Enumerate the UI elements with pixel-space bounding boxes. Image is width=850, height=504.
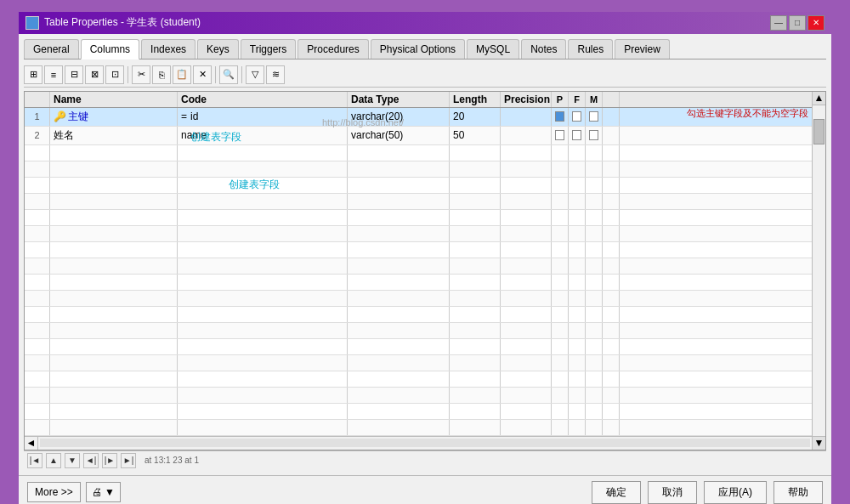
table-row[interactable] bbox=[25, 194, 825, 210]
scrollbar-down-button[interactable]: ▼ bbox=[813, 436, 825, 450]
help-button[interactable]: 帮助 bbox=[774, 481, 823, 504]
row1-m-checkbox[interactable] bbox=[589, 111, 598, 122]
move-first-button[interactable]: |◄ bbox=[27, 453, 42, 468]
table-row[interactable] bbox=[25, 275, 825, 291]
table-row[interactable] bbox=[25, 355, 825, 371]
table-row[interactable] bbox=[25, 161, 825, 178]
toolbar-btn-1[interactable]: ⊞ bbox=[24, 65, 42, 84]
row1-m[interactable] bbox=[586, 108, 603, 126]
move-last-button[interactable]: ►| bbox=[121, 453, 136, 468]
window-title: Table Properties - 学生表 (student) bbox=[44, 15, 201, 30]
row1-precision bbox=[501, 108, 552, 126]
move-down-button[interactable]: ▼ bbox=[65, 453, 80, 468]
table-row[interactable] bbox=[25, 242, 825, 258]
toolbar-btn-filter[interactable]: ▽ bbox=[246, 65, 264, 84]
row1-datatype: varchar(20) bbox=[348, 108, 450, 126]
row1-p[interactable] bbox=[552, 108, 569, 126]
app-icon bbox=[26, 16, 39, 30]
scrollbar-h-track[interactable] bbox=[40, 439, 810, 447]
scrollbar-thumb[interactable] bbox=[813, 119, 824, 144]
create-field-label: 创建表字段 bbox=[229, 178, 280, 192]
row2-p[interactable] bbox=[552, 127, 569, 144]
table-row[interactable] bbox=[25, 307, 825, 323]
move-next-button[interactable]: |► bbox=[102, 453, 117, 468]
tab-general[interactable]: General bbox=[24, 39, 79, 59]
cancel-button[interactable]: 取消 bbox=[648, 481, 697, 504]
table-row[interactable] bbox=[25, 404, 825, 420]
tab-rules[interactable]: Rules bbox=[568, 39, 613, 59]
more-button[interactable]: More >> bbox=[27, 482, 81, 502]
maximize-button[interactable]: □ bbox=[789, 15, 806, 31]
table-row[interactable] bbox=[25, 145, 825, 161]
table-row[interactable] bbox=[25, 339, 825, 355]
toolbar-btn-4[interactable]: ⊠ bbox=[85, 65, 104, 84]
toolbar-btn-search[interactable]: 🔍 bbox=[219, 65, 238, 84]
header-datatype: Data Type bbox=[348, 92, 450, 107]
status-bar: |◄ ▲ ▼ ◄| |► ►| at 13:1 23 at 1 bbox=[24, 450, 826, 470]
horizontal-scrollbar[interactable]: ◄ ► bbox=[25, 436, 825, 450]
tab-bar: General Columns Indexes Keys Triggers Pr… bbox=[24, 39, 826, 59]
apply-button[interactable]: 应用(A) bbox=[704, 481, 767, 504]
row1-code: =id bbox=[178, 108, 348, 126]
toolbar-btn-delete[interactable]: ✕ bbox=[193, 65, 212, 84]
table-row[interactable] bbox=[25, 226, 825, 242]
table-row[interactable] bbox=[25, 388, 825, 404]
tab-indexes[interactable]: Indexes bbox=[141, 39, 196, 59]
row1-extra bbox=[603, 108, 620, 126]
main-window: Table Properties - 学生表 (student) — □ ✕ G… bbox=[17, 10, 833, 495]
scrollbar-up-button[interactable]: ▲ bbox=[813, 92, 825, 105]
tab-physical-options[interactable]: Physical Options bbox=[371, 39, 465, 59]
status-text: at 13:1 23 at 1 bbox=[144, 456, 199, 465]
header-p: P bbox=[552, 92, 569, 107]
row2-length: 50 bbox=[450, 127, 501, 144]
table-row[interactable] bbox=[25, 258, 825, 275]
row2-m[interactable] bbox=[586, 127, 603, 144]
window-controls: — □ ✕ bbox=[770, 15, 824, 31]
row2-m-checkbox[interactable] bbox=[589, 130, 598, 140]
table-row[interactable] bbox=[25, 420, 825, 436]
row2-p-checkbox[interactable] bbox=[555, 130, 564, 140]
toolbar-btn-5[interactable]: ⊡ bbox=[105, 65, 124, 84]
toolbar-btn-copy[interactable]: ⎘ bbox=[152, 65, 171, 84]
tab-columns[interactable]: Columns bbox=[81, 39, 139, 59]
toolbar-btn-2[interactable]: ≡ bbox=[44, 65, 63, 84]
scrollbar-left-button[interactable]: ◄ bbox=[25, 437, 38, 450]
close-button[interactable]: ✕ bbox=[808, 15, 824, 31]
toolbar-btn-3[interactable]: ⊟ bbox=[65, 65, 83, 84]
tab-notes[interactable]: Notes bbox=[521, 39, 566, 59]
minimize-button[interactable]: — bbox=[770, 15, 787, 31]
move-prev-button[interactable]: ◄| bbox=[83, 453, 99, 468]
row2-f-checkbox[interactable] bbox=[572, 130, 581, 140]
confirm-button[interactable]: 确定 bbox=[592, 481, 641, 504]
table-row[interactable] bbox=[25, 323, 825, 339]
table-row[interactable]: 创建表字段 bbox=[25, 178, 825, 194]
tab-triggers[interactable]: Triggers bbox=[241, 39, 297, 59]
tab-procedures[interactable]: Procedures bbox=[298, 39, 368, 59]
row1-f[interactable] bbox=[569, 108, 586, 126]
tab-preview[interactable]: Preview bbox=[615, 39, 670, 59]
table-row[interactable] bbox=[25, 210, 825, 226]
columns-table: Name Code Data Type Length Precision P F… bbox=[24, 91, 826, 450]
table-row[interactable] bbox=[25, 291, 825, 307]
row1-p-checkbox[interactable] bbox=[555, 111, 564, 122]
toolbar-btn-sort[interactable]: ≋ bbox=[266, 65, 285, 84]
table-row[interactable] bbox=[25, 371, 825, 388]
row1-f-checkbox[interactable] bbox=[572, 111, 581, 122]
header-extra bbox=[603, 92, 620, 107]
table-row[interactable]: 1 🔑主键 =id varchar(20) 20 bbox=[25, 108, 825, 127]
print-button[interactable]: 🖨 ▼ bbox=[86, 482, 121, 502]
row1-name: 🔑主键 bbox=[50, 108, 178, 126]
toolbar-btn-cut[interactable]: ✂ bbox=[132, 65, 150, 84]
toolbar-btn-paste[interactable]: 📋 bbox=[173, 65, 191, 84]
toolbar-separator-2 bbox=[215, 66, 216, 83]
table-header: Name Code Data Type Length Precision P F… bbox=[25, 92, 825, 108]
tab-keys[interactable]: Keys bbox=[197, 39, 239, 59]
tab-mysql[interactable]: MySQL bbox=[467, 39, 519, 59]
footer-left: More >> 🖨 ▼ bbox=[27, 482, 121, 502]
table-row[interactable]: 2 姓名 name varchar(50) 50 bbox=[25, 127, 825, 145]
vertical-scrollbar[interactable]: ▲ ▼ bbox=[812, 92, 825, 450]
row1-name-text: 主键 bbox=[68, 110, 88, 124]
row2-f[interactable] bbox=[569, 127, 586, 144]
title-bar: Table Properties - 学生表 (student) — □ ✕ bbox=[19, 12, 831, 34]
move-up-button[interactable]: ▲ bbox=[46, 453, 61, 468]
